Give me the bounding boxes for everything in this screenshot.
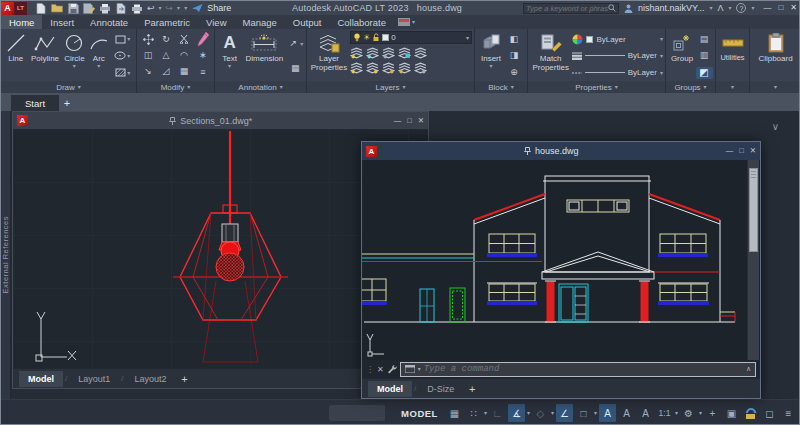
layer-dropdown-chevron-icon[interactable]: ▾ (466, 35, 469, 41)
layer-state-icon[interactable] (414, 62, 427, 74)
table-tool-icon[interactable]: ▦ (289, 63, 301, 75)
customization-plus-icon[interactable]: + (704, 404, 721, 422)
tab-manage[interactable]: Manage (235, 15, 285, 29)
move-tool-icon[interactable] (142, 33, 154, 45)
user-chevron-icon[interactable]: ▾ (709, 5, 712, 11)
sections-maximize-button[interactable]: □ (407, 117, 412, 125)
clipboard-button[interactable]: Clipboard (754, 31, 798, 81)
set-base-point-icon[interactable]: ⊕ (508, 67, 520, 79)
rotate-tool-icon[interactable]: ↻ (160, 33, 172, 45)
external-references-palette-tab[interactable]: External References (1, 111, 11, 399)
rectangle-tool-icon[interactable] (114, 33, 126, 45)
isometric-drafting-icon[interactable]: ◇ (532, 404, 549, 422)
insert-block-button[interactable]: Insert ▾ (477, 31, 505, 81)
redo-chevron-icon[interactable]: ▾ (177, 5, 180, 11)
new-file-icon[interactable] (35, 2, 47, 14)
offset-tool-icon[interactable]: ≡ (197, 67, 209, 79)
trim-tool-icon[interactable] (178, 33, 190, 45)
stretch-tool-icon[interactable]: ↘ (142, 65, 154, 77)
isometric-chevron-icon[interactable]: ▾ (551, 410, 554, 416)
erase-tool-icon[interactable] (197, 33, 210, 45)
copy-tool-icon[interactable]: ◫ (142, 49, 154, 61)
save-icon[interactable] (67, 2, 79, 14)
house-canvas[interactable] (362, 160, 760, 360)
house-maximize-button[interactable]: □ (739, 147, 744, 155)
panel-label-properties[interactable]: Properties▾ (528, 81, 665, 93)
layer-off-icon[interactable] (350, 62, 363, 74)
polyline-button[interactable]: Polyline (29, 31, 60, 81)
isolate-objects-icon[interactable]: ▣ (723, 404, 740, 422)
tab-parametric[interactable]: Parametric (136, 15, 198, 29)
help-chevron-icon[interactable]: ▾ (751, 5, 754, 11)
undo-chevron-icon[interactable]: ▾ (159, 5, 162, 11)
clean-screen-icon[interactable]: ◻ (761, 404, 778, 422)
scale-tool-icon[interactable]: ◿ (160, 65, 172, 77)
dimension-button[interactable]: Dimension (243, 31, 286, 81)
tab-view[interactable]: View (198, 15, 234, 29)
panel-label-annotation[interactable]: Annotation▾ (215, 81, 306, 93)
house-titlebar[interactable]: A house.dwg — □ ✕ (362, 142, 760, 160)
circle-button[interactable]: Circle ▾ (62, 31, 87, 81)
house-vertical-scrollbar[interactable] (747, 160, 759, 360)
snap-mode-icon[interactable]: ∷ (465, 404, 482, 422)
tab-output[interactable]: Output (285, 15, 330, 29)
qat-customize-icon[interactable]: ▾ (184, 5, 187, 11)
layer-on-all-icon[interactable] (366, 62, 379, 74)
panel-label-draw[interactable]: Draw▾ (1, 81, 136, 93)
undo-icon[interactable]: ↩ (147, 4, 155, 13)
graphics-performance-icon[interactable] (742, 404, 759, 422)
open-folder-icon[interactable] (51, 2, 63, 14)
snap-chevron-icon[interactable]: ▾ (484, 410, 487, 416)
command-expand-icon[interactable]: ∧ (746, 365, 751, 373)
save-as-icon[interactable] (83, 2, 95, 14)
sections-close-button[interactable]: ✕ (418, 117, 424, 125)
search-input[interactable] (526, 4, 608, 13)
hatch-tool-icon[interactable] (114, 67, 126, 79)
scale-chevron-icon[interactable]: ▾ (675, 410, 678, 416)
username[interactable]: nishant.naikVY... (638, 3, 704, 13)
create-block-icon[interactable]: ◧ (508, 33, 520, 45)
layer-lock-icon[interactable] (382, 47, 395, 59)
export-icon[interactable] (115, 2, 127, 14)
match-properties-button[interactable]: Match Properties (530, 31, 571, 81)
group-edit-icon[interactable]: ▥ (698, 50, 710, 62)
utilities-button[interactable]: Utilities (718, 31, 747, 81)
sections-tab-model[interactable]: Model (19, 371, 63, 387)
tab-insert[interactable]: Insert (42, 15, 82, 29)
tab-annotate[interactable]: Annotate (82, 15, 136, 29)
line-button[interactable]: Line (3, 31, 28, 81)
object-color-dropdown[interactable]: ByLayer ▾ (572, 32, 663, 46)
annotation-autoscale-icon[interactable]: A (618, 404, 635, 422)
mirror-tool-icon[interactable]: △ (160, 49, 172, 61)
object-snap-icon[interactable]: □ (575, 404, 592, 422)
layer-prev-icon[interactable] (414, 47, 427, 59)
command-close-icon[interactable]: ✕ (377, 365, 384, 374)
house-tab-dsize[interactable]: D-Size (418, 381, 463, 397)
panel-label-utilities[interactable]: ▾ (716, 81, 749, 93)
panel-label-block[interactable]: Block▾ (475, 81, 527, 93)
sections-new-layout-button[interactable]: + (178, 372, 192, 386)
print-icon[interactable] (131, 2, 143, 14)
new-drawing-tab-button[interactable]: + (59, 95, 75, 111)
command-wrench-icon[interactable] (387, 364, 397, 374)
ribbon-options-chevron-icon[interactable]: ▾ (412, 19, 415, 25)
group-button[interactable]: Group (668, 31, 696, 81)
fillet-tool-icon[interactable]: ◠ (178, 49, 190, 61)
polar-tracking-icon[interactable]: ∡ (508, 404, 525, 422)
text-button[interactable]: A Text ▾ (217, 31, 242, 81)
annotation-scale-value[interactable]: 1:1 (656, 404, 673, 422)
grid-display-icon[interactable]: ▦ (446, 404, 463, 422)
search-icon[interactable] (608, 4, 616, 12)
model-space-toggle[interactable]: MODEL (395, 408, 444, 419)
explode-tool-icon[interactable]: ∗ (197, 50, 209, 62)
share-label[interactable]: Share (207, 3, 231, 13)
workspace-gear-icon[interactable]: ⚙ (680, 404, 697, 422)
tab-home[interactable]: Home (1, 15, 42, 29)
house-tab-model[interactable]: Model (368, 381, 412, 397)
ellipse-tool-icon[interactable] (114, 50, 126, 62)
layer-dropdown[interactable]: ☀ 0 ▾ (350, 31, 472, 44)
command-recent-icon[interactable] (405, 365, 415, 373)
panel-label-modify[interactable]: Modify▾ (137, 81, 214, 93)
ortho-mode-icon[interactable]: ∟ (489, 404, 506, 422)
customization-menu-icon[interactable]: ≡ (780, 404, 797, 422)
